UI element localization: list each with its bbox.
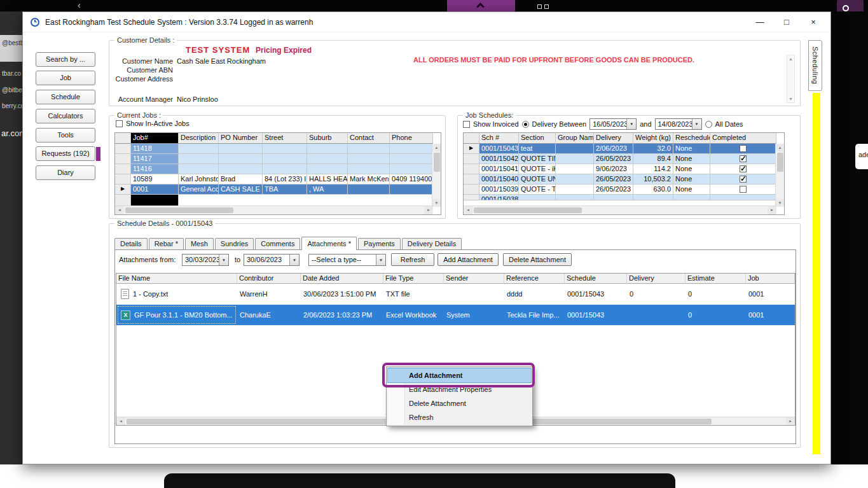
attachments-header-estimate[interactable]: Estimate xyxy=(685,274,746,284)
close-button[interactable]: × xyxy=(800,12,827,32)
schedules-header-delivery[interactable]: Delivery xyxy=(594,133,633,144)
attachments-header-contributor[interactable]: Contributor xyxy=(237,274,301,284)
add-attachment-button[interactable]: Add Attachment xyxy=(437,253,499,266)
schedules-header-section[interactable]: Section xyxy=(519,133,556,144)
context-menu-delete-attachment[interactable]: Delete Attachment xyxy=(388,396,531,410)
schedules-header-reschedule[interactable]: Reschedule xyxy=(673,133,710,144)
schedule-row-selected[interactable]: ▶ 0001/15043 teat 2/06/2023 32.0 None xyxy=(464,144,776,154)
attachments-header-job[interactable]: Job xyxy=(746,274,795,284)
tab-details[interactable]: Details xyxy=(114,238,148,249)
attachments-header-file-type[interactable]: File Type xyxy=(383,274,444,284)
schedule-row[interactable]: 0001/15042 QUOTE TIM 26/05/2023 89.4 Non… xyxy=(464,154,776,164)
browser-tab-highlight[interactable] xyxy=(447,0,515,11)
sidebar-button-schedule[interactable]: Schedule xyxy=(36,90,95,104)
sidebar-link[interactable]: @bitber xyxy=(2,87,22,94)
attachment-row-selected[interactable]: GF Pour 3.1.1 - BM20 Bottom... CharukaE … xyxy=(116,305,795,326)
scroll-down-icon[interactable]: ▼ xyxy=(432,199,441,207)
job-row[interactable]: 10589 Karl Johnston Brad 84 (Lot 233) I … xyxy=(115,174,433,185)
schedules-horizontal-scrollbar[interactable]: ◄ ► xyxy=(464,206,776,214)
dropdown-arrow-icon[interactable]: ▼ xyxy=(626,119,636,129)
completed-checkbox[interactable] xyxy=(740,155,747,162)
tab-comments[interactable]: Comments xyxy=(255,238,300,249)
scroll-down-icon[interactable]: ▼ xyxy=(776,199,784,207)
attachments-header-sender[interactable]: Sender xyxy=(444,274,504,284)
jobs-horizontal-scrollbar[interactable]: ◄ ► xyxy=(115,206,433,214)
attachments-to-date-picker[interactable]: 30/06/2023 ▼ xyxy=(244,254,300,266)
sidebar-button-requests[interactable]: Requests (192) xyxy=(36,146,95,161)
sidebar-button-diary[interactable]: Diary xyxy=(36,165,95,180)
scroll-right-icon[interactable]: ► xyxy=(424,206,433,214)
schedule-row[interactable]: 0001/15040 QUOTE UNI 26/05/2023 10,503.2… xyxy=(464,174,776,185)
context-menu-edit-attachment-properties[interactable]: Edit Attachment Properties xyxy=(388,382,531,396)
context-menu-add-attachment[interactable]: Add Attachment xyxy=(388,368,531,382)
sidebar-button-tools[interactable]: Tools xyxy=(36,128,95,143)
scroll-right-icon[interactable]: ► xyxy=(768,206,776,214)
customer-scrollbar[interactable]: ▲ ▼ xyxy=(787,55,795,103)
completed-checkbox[interactable] xyxy=(740,176,747,183)
delete-attachment-button[interactable]: Delete Attachment xyxy=(503,253,572,266)
sidebar-button-search-by[interactable]: Search by ... xyxy=(36,52,95,67)
dropdown-arrow-icon[interactable]: ▼ xyxy=(376,254,385,265)
sidebar-button-calculators[interactable]: Calculators xyxy=(36,109,95,123)
attachments-header-reference[interactable]: Reference xyxy=(504,274,565,284)
attachments-header-date-added[interactable]: Date Added xyxy=(301,274,383,284)
maximize-button[interactable]: □ xyxy=(773,12,800,32)
show-inactive-jobs-checkbox[interactable]: Show In-Active Jobs xyxy=(116,120,189,127)
scroll-up-icon[interactable]: ▲ xyxy=(787,57,794,61)
jobs-vertical-scrollbar[interactable]: ▲ ▼ xyxy=(432,144,441,207)
schedule-row[interactable]: 0001/15041 QUOTE - iKa 9/06/2023 114.2 N… xyxy=(464,164,776,174)
scroll-left-icon[interactable]: ◄ xyxy=(464,206,472,214)
scroll-thumb[interactable] xyxy=(474,207,582,213)
jobs-header-job[interactable]: Job# xyxy=(131,133,179,144)
jobs-header-description[interactable]: Description xyxy=(179,133,219,144)
sidebar-button-job[interactable]: Job xyxy=(36,71,95,85)
attachments-from-date-picker[interactable]: 30/03/2023 ▼ xyxy=(182,254,229,266)
delivery-between-radio[interactable] xyxy=(522,121,529,128)
scroll-up-icon[interactable]: ▲ xyxy=(432,144,441,151)
dropdown-arrow-icon[interactable]: ▼ xyxy=(289,254,299,265)
attachments-header-schedule[interactable]: Schedule xyxy=(565,274,627,284)
jobs-header-po-number[interactable]: PO Number xyxy=(219,133,263,144)
attachment-type-select[interactable]: --Select a type-- ▼ xyxy=(308,254,386,266)
sidebar-link[interactable]: tbar.co xyxy=(2,70,21,77)
scroll-left-icon[interactable]: ◄ xyxy=(115,206,124,214)
schedules-vertical-scrollbar[interactable]: ▲ ▼ xyxy=(775,144,784,207)
attachments-header-file-name[interactable]: File Name xyxy=(116,274,237,284)
completed-checkbox[interactable] xyxy=(740,186,747,193)
scroll-right-icon[interactable]: ► xyxy=(786,417,795,425)
all-dates-radio[interactable] xyxy=(705,121,712,128)
jobs-header-street[interactable]: Street xyxy=(263,133,307,144)
schedules-header-completed[interactable]: Completed xyxy=(710,133,776,144)
scroll-thumb[interactable] xyxy=(125,207,233,213)
sidebar-link-active[interactable]: @bestb xyxy=(0,35,22,62)
refresh-button[interactable]: Refresh xyxy=(391,253,434,266)
jobs-header-contact[interactable]: Contact xyxy=(348,133,390,144)
scheduling-side-tab[interactable]: Scheduling xyxy=(808,40,822,91)
tab-mesh[interactable]: Mesh xyxy=(185,238,214,249)
dropdown-arrow-icon[interactable]: ▼ xyxy=(219,254,228,265)
scroll-left-icon[interactable]: ◄ xyxy=(116,417,125,425)
delivery-to-date-picker[interactable]: 14/08/2023 ▼ xyxy=(655,118,702,130)
attachment-row[interactable]: 1 - Copy.txt WarrenH 30/06/2023 1:51:00 … xyxy=(116,284,795,305)
show-invoiced-checkbox[interactable] xyxy=(463,121,470,128)
job-row[interactable]: 11416 xyxy=(115,164,433,174)
jobs-header-phone[interactable]: Phone xyxy=(390,133,433,144)
schedules-header-weight[interactable]: Weight (kg) xyxy=(633,133,673,144)
scroll-up-icon[interactable]: ▲ xyxy=(776,144,784,151)
completed-checkbox[interactable] xyxy=(740,145,747,152)
minimize-button[interactable]: — xyxy=(747,12,773,32)
job-row-selected[interactable]: ▶ 0001 General Acco CASH SALE TBA , WA xyxy=(115,185,433,195)
scroll-thumb[interactable] xyxy=(434,153,440,172)
jobs-header-suburb[interactable]: Suburb xyxy=(307,133,348,144)
tab-attachments[interactable]: Attachments * xyxy=(301,237,356,250)
job-row[interactable]: 11418 xyxy=(115,144,433,154)
scroll-down-icon[interactable]: ▼ xyxy=(787,97,794,101)
tab-rebar[interactable]: Rebar * xyxy=(149,238,184,249)
tab-delivery-details[interactable]: Delivery Details xyxy=(402,238,462,249)
back-chevron-icon[interactable]: ‹ xyxy=(78,0,81,10)
scroll-thumb[interactable] xyxy=(777,153,783,172)
schedules-header-group-name[interactable]: Group Name xyxy=(556,133,594,144)
attachments-header-delivery[interactable]: Delivery xyxy=(627,274,685,284)
completed-checkbox[interactable] xyxy=(740,165,747,172)
tile-windows-icon[interactable] xyxy=(537,4,549,9)
